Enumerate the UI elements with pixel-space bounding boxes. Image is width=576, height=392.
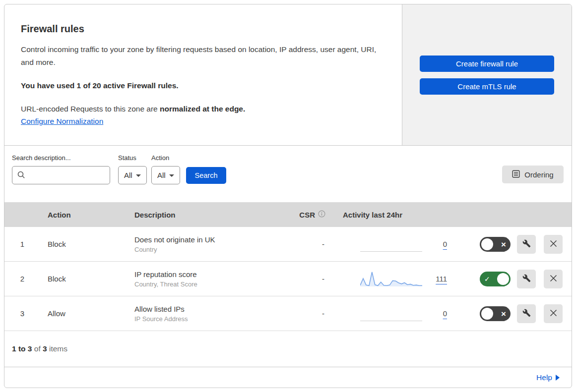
hero-text-panel: Firewall rules Control incoming traffic … [4, 4, 402, 145]
delete-rule-button[interactable] [544, 304, 563, 323]
pagination-range: 1 to 3 [12, 344, 32, 353]
help-row: Help [4, 367, 572, 388]
normalization-prefix: URL-encoded Requests to this zone are [21, 105, 160, 113]
wrench-icon [522, 239, 531, 249]
delete-rule-button[interactable] [544, 270, 563, 288]
rule-activity: 111 [330, 262, 453, 296]
wrench-icon [522, 309, 531, 319]
toggle-knob [497, 273, 509, 285]
pagination-of: of [32, 344, 43, 353]
search-input[interactable] [12, 166, 110, 184]
rule-description: Does not originate in UK Country [127, 235, 292, 253]
rule-action: Allow [40, 309, 127, 318]
action-value: All [157, 171, 166, 179]
action-filter-group: Action All [151, 154, 180, 184]
normalization-bold: normalized at the edge. [160, 105, 245, 113]
chevron-down-icon [136, 174, 141, 177]
rule-criteria: IP Source Address [134, 315, 292, 323]
enable-toggle[interactable]: ✓ × [480, 272, 511, 286]
rule-criteria: Country [134, 246, 292, 253]
action-dropdown[interactable]: All [151, 166, 180, 184]
rule-controls: ✓ × [453, 296, 572, 331]
table-header: Action Description CSR Activity last 24h… [4, 202, 572, 227]
list-icon [512, 170, 520, 179]
pagination-items: items [47, 344, 67, 353]
edit-rule-button[interactable] [517, 270, 536, 288]
rule-description-title[interactable]: Does not originate in UK [134, 235, 292, 244]
edit-rule-button[interactable] [517, 235, 536, 254]
pagination-summary: 1 to 3 of 3 items [4, 331, 572, 367]
configure-normalization-link[interactable]: Configure Normalization [21, 117, 103, 125]
activity-count-link[interactable]: 0 [443, 309, 447, 318]
normalization-text: URL-encoded Requests to this zone are no… [21, 105, 382, 113]
rule-action: Block [40, 275, 127, 283]
info-icon[interactable] [318, 210, 325, 219]
firewall-rules-card: Firewall rules Control incoming traffic … [4, 4, 572, 388]
search-button[interactable]: Search [186, 167, 226, 184]
rule-description: Allow listed IPs IP Source Address [127, 305, 292, 323]
usage-notice: You have used 1 of 20 active Firewall ru… [21, 81, 382, 90]
help-link[interactable]: Help [536, 373, 560, 382]
rule-csr: - [292, 275, 330, 283]
create-mtls-rule-button[interactable]: Create mTLS rule [420, 78, 554, 95]
rule-controls: ✓ × [453, 227, 572, 261]
search-box [12, 166, 110, 184]
enable-toggle[interactable]: ✓ × [480, 306, 511, 321]
status-value: All [124, 171, 132, 179]
hero-action-panel: Create firewall rule Create mTLS rule [402, 4, 572, 145]
close-icon [550, 309, 557, 318]
col-csr: CSR [292, 210, 330, 219]
filter-bar: Search description... Status All Action … [4, 146, 572, 202]
rule-action: Block [40, 240, 127, 248]
check-icon: ✓ [484, 276, 490, 282]
ordering-button[interactable]: Ordering [502, 166, 564, 183]
arrow-right-icon [556, 375, 560, 381]
toggle-knob [481, 238, 493, 250]
rule-description-title[interactable]: Allow listed IPs [134, 305, 292, 313]
rule-csr: - [292, 309, 330, 318]
status-filter-group: Status All [118, 154, 147, 184]
activity-count-link[interactable]: 111 [436, 275, 447, 283]
search-group: Search description... [12, 154, 110, 184]
x-icon: × [501, 240, 506, 248]
wrench-icon [522, 274, 531, 284]
enable-toggle[interactable]: ✓ × [480, 237, 511, 252]
rule-number: 3 [4, 309, 40, 318]
page-description: Control incoming traffic to your zone by… [21, 43, 378, 69]
rule-criteria: Country, Threat Score [134, 280, 292, 288]
status-dropdown[interactable]: All [118, 166, 147, 184]
csr-label: CSR [299, 211, 315, 219]
action-label: Action [151, 154, 180, 162]
rule-controls: ✓ × [453, 262, 572, 296]
rule-description-title[interactable]: IP reputation score [134, 270, 292, 279]
status-label: Status [118, 154, 147, 162]
rule-csr: - [292, 240, 330, 248]
edit-rule-button[interactable] [517, 304, 536, 323]
activity-sparkline [360, 236, 422, 253]
col-description: Description [127, 211, 292, 219]
rule-number: 2 [4, 275, 40, 283]
delete-rule-button[interactable] [544, 235, 563, 254]
hero-section: Firewall rules Control incoming traffic … [4, 4, 572, 146]
create-firewall-rule-button[interactable]: Create firewall rule [420, 56, 554, 72]
toggle-knob [481, 308, 493, 320]
table-row: 2 Block IP reputation score Country, Thr… [4, 262, 572, 296]
rule-description: IP reputation score Country, Threat Scor… [127, 270, 292, 288]
col-activity: Activity last 24hr [330, 211, 453, 219]
x-icon: × [501, 309, 506, 318]
activity-sparkline [360, 271, 422, 287]
rule-activity: 0 [330, 227, 453, 261]
rule-activity: 0 [330, 296, 453, 331]
activity-count-link[interactable]: 0 [443, 240, 447, 248]
rule-number: 1 [4, 240, 40, 248]
chevron-down-icon [169, 174, 174, 177]
close-icon [550, 240, 557, 249]
search-label: Search description... [12, 154, 110, 162]
col-action: Action [40, 211, 127, 219]
table-row: 3 Allow Allow listed IPs IP Source Addre… [4, 296, 572, 331]
pagination-total: 3 [43, 344, 47, 353]
table-row: 1 Block Does not originate in UK Country… [4, 227, 572, 262]
activity-sparkline [360, 305, 422, 322]
page-title: Firewall rules [21, 23, 382, 35]
ordering-label: Ordering [524, 170, 553, 179]
